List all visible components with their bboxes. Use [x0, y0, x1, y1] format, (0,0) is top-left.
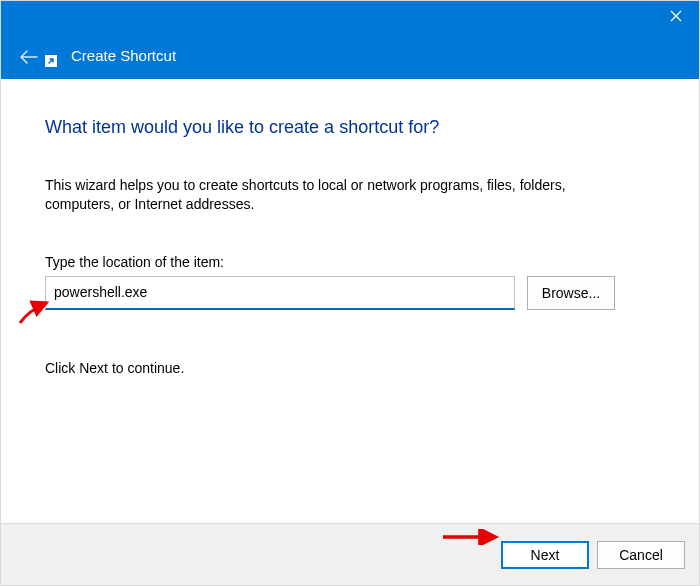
window-title: Create Shortcut — [71, 47, 176, 64]
wizard-content: What item would you like to create a sho… — [1, 79, 699, 523]
back-arrow-icon — [19, 49, 39, 65]
wizard-footer: Next Cancel — [1, 523, 699, 585]
location-row: Browse... — [45, 276, 655, 310]
titlebar: Create Shortcut — [1, 1, 699, 79]
continue-hint: Click Next to continue. — [45, 360, 655, 376]
cancel-button[interactable]: Cancel — [597, 541, 685, 569]
page-heading: What item would you like to create a sho… — [45, 117, 655, 138]
page-description: This wizard helps you to create shortcut… — [45, 176, 605, 214]
shortcut-badge-icon — [45, 55, 57, 67]
back-button[interactable] — [19, 49, 39, 68]
next-button[interactable]: Next — [501, 541, 589, 569]
location-input[interactable] — [45, 276, 515, 310]
location-label: Type the location of the item: — [45, 254, 655, 270]
browse-button[interactable]: Browse... — [527, 276, 615, 310]
close-icon — [670, 10, 682, 22]
close-button[interactable] — [653, 1, 699, 31]
